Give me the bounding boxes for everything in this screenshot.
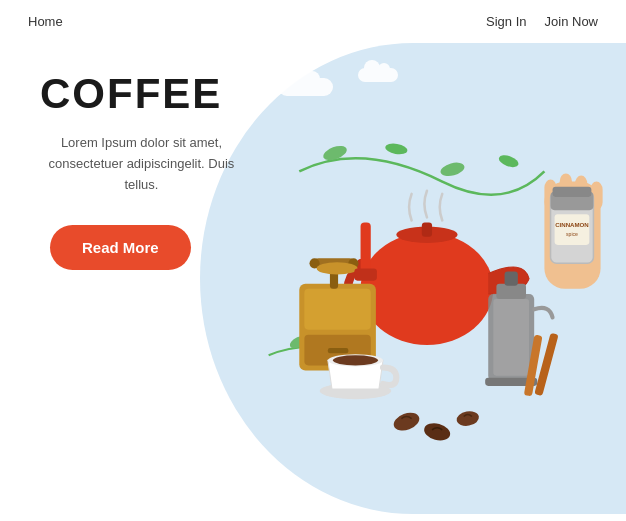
navigation: Home Sign In Join Now (0, 0, 626, 43)
svg-rect-38 (555, 214, 590, 245)
coffee-scene-svg: CINNAMON spice (238, 104, 626, 504)
svg-point-30 (455, 409, 480, 427)
cloud-1 (278, 78, 333, 96)
left-content: COFFEE Lorem Ipsum dolor sit amet, conse… (0, 43, 263, 514)
nav-joinnow[interactable]: Join Now (545, 14, 598, 29)
right-illustration: CINNAMON spice (238, 43, 626, 514)
svg-text:spice: spice (566, 230, 578, 236)
hero-description: Lorem Ipsum dolor sit amet, consectetuer… (40, 133, 243, 195)
cloud-2 (358, 68, 398, 82)
main-container: COFFEE Lorem Ipsum dolor sit amet, conse… (0, 43, 626, 514)
svg-point-28 (391, 409, 422, 433)
svg-rect-41 (552, 186, 591, 196)
nav-left: Home (28, 14, 63, 29)
svg-point-2 (439, 160, 466, 178)
svg-rect-18 (360, 222, 370, 273)
svg-rect-24 (493, 299, 529, 376)
svg-point-1 (384, 142, 408, 156)
svg-point-6 (360, 232, 493, 344)
nav-home[interactable]: Home (28, 14, 63, 29)
coffee-beans (391, 409, 480, 443)
svg-point-22 (333, 355, 378, 365)
svg-rect-26 (504, 271, 517, 285)
svg-point-29 (422, 420, 452, 443)
svg-rect-10 (304, 289, 370, 330)
cinnamon-jar-hand: CINNAMON spice (544, 173, 602, 288)
nav-right: Sign In Join Now (486, 14, 598, 29)
svg-rect-12 (328, 348, 348, 353)
page-title: COFFEE (40, 73, 243, 115)
svg-rect-25 (496, 283, 526, 298)
coffee-cup (320, 354, 397, 399)
read-more-button[interactable]: Read More (50, 225, 191, 270)
tamper-tool (354, 222, 376, 280)
nav-signin[interactable]: Sign In (486, 14, 526, 29)
svg-point-17 (317, 262, 358, 274)
svg-text:CINNAMON: CINNAMON (555, 220, 589, 227)
svg-rect-8 (422, 222, 432, 236)
svg-point-3 (497, 153, 520, 170)
svg-rect-19 (354, 268, 376, 280)
